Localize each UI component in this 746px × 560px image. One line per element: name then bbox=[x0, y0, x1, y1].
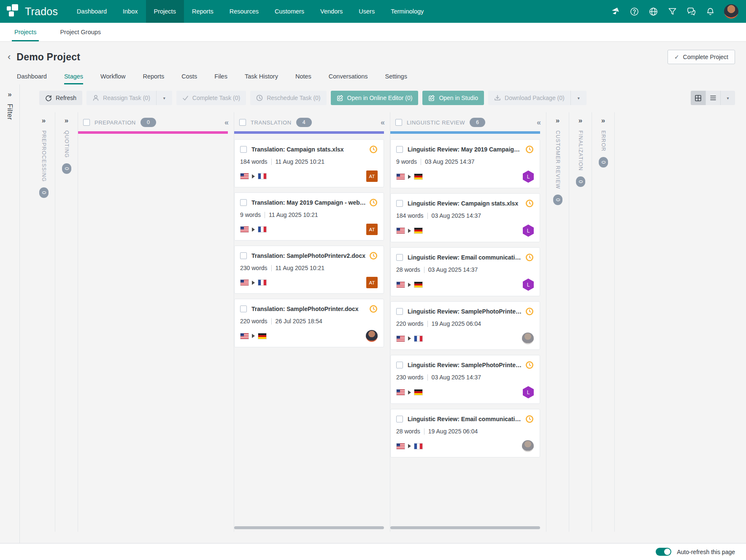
reassign-task-button[interactable]: Reassign Task (0) bbox=[86, 91, 156, 105]
subtab-stages[interactable]: Stages bbox=[64, 68, 83, 84]
expand-filter-icon[interactable]: » bbox=[8, 90, 11, 99]
tab-projects[interactable]: Projects bbox=[12, 23, 39, 41]
column-select-checkbox[interactable] bbox=[395, 119, 402, 126]
arrow-right-icon bbox=[408, 336, 411, 341]
column-horizontal-scrollbar[interactable] bbox=[234, 526, 384, 529]
flag-fr-icon bbox=[258, 279, 267, 286]
task-card[interactable]: Linguistic Review: SamplePhotoPrinterv2.… bbox=[390, 355, 540, 404]
reassign-dropdown-arrow[interactable]: ▾ bbox=[156, 91, 172, 105]
language-pair bbox=[396, 281, 423, 288]
nav-item-resources[interactable]: Resources bbox=[222, 0, 267, 23]
filter-icon[interactable] bbox=[667, 6, 677, 16]
stage-column-error-collapsed[interactable]: » ERROR 0 bbox=[592, 112, 615, 532]
view-options-dropdown[interactable]: ▾ bbox=[720, 91, 735, 105]
nav-item-terminology[interactable]: Terminology bbox=[383, 0, 432, 23]
stage-column-customer-review-collapsed[interactable]: » CUSTOMER REVIEW 0 bbox=[546, 112, 569, 532]
subtab-workflow[interactable]: Workflow bbox=[100, 68, 125, 84]
nav-item-projects[interactable]: Projects bbox=[146, 0, 184, 23]
subtab-files[interactable]: Files bbox=[214, 68, 227, 84]
refresh-button[interactable]: Refresh bbox=[39, 91, 82, 105]
stage-label: FINALIZATION bbox=[578, 130, 584, 171]
expand-column-icon[interactable]: » bbox=[556, 116, 560, 125]
stage-column-preprocessing-collapsed[interactable]: » PREPROCESSING 0 bbox=[32, 112, 55, 532]
task-card[interactable]: Translation: SamplePhotoPrinterv2.docx 2… bbox=[234, 246, 384, 294]
back-icon[interactable]: ‹ bbox=[8, 52, 11, 62]
open-online-editor-button[interactable]: Open in Online Editor (0) bbox=[331, 91, 419, 105]
notifications-icon[interactable] bbox=[705, 6, 715, 16]
expand-column-icon[interactable]: » bbox=[578, 116, 582, 125]
download-dropdown-arrow[interactable]: ▾ bbox=[570, 91, 587, 105]
task-card[interactable]: Linguistic Review: SamplePhotoPrinter.do… bbox=[390, 301, 540, 350]
subtab-notes[interactable]: Notes bbox=[295, 68, 311, 84]
task-checkbox[interactable] bbox=[396, 362, 403, 368]
assignee-badge[interactable]: AT bbox=[366, 277, 378, 288]
stage-column-finalization-collapsed[interactable]: » FINALIZATION 0 bbox=[569, 112, 592, 532]
origami-icon[interactable] bbox=[610, 6, 620, 16]
assignee-avatar[interactable] bbox=[522, 333, 534, 344]
task-checkbox[interactable] bbox=[396, 308, 403, 315]
task-card[interactable]: Linguistic Review: Campaign stats.xlsx 1… bbox=[390, 193, 540, 242]
filter-panel-collapsed[interactable]: » Filter bbox=[0, 84, 20, 543]
assignee-badge[interactable]: L bbox=[523, 279, 534, 291]
assignee-avatar[interactable] bbox=[366, 330, 378, 342]
task-card[interactable]: Translation: Campaign stats.xlsx 184 wor… bbox=[234, 139, 384, 187]
globe-icon[interactable] bbox=[648, 6, 658, 16]
expand-column-icon[interactable]: » bbox=[42, 116, 46, 125]
collapse-column-icon[interactable]: « bbox=[537, 119, 541, 126]
task-title: Linguistic Review: Email communication.h… bbox=[408, 416, 522, 422]
complete-project-button[interactable]: ✓ Complete Project bbox=[668, 50, 735, 64]
assignee-badge[interactable]: AT bbox=[366, 224, 378, 235]
column-select-checkbox[interactable] bbox=[239, 119, 246, 126]
chat-icon[interactable] bbox=[686, 6, 696, 16]
collapse-column-icon[interactable]: « bbox=[381, 119, 385, 126]
assignee-avatar[interactable] bbox=[522, 440, 534, 452]
task-checkbox[interactable] bbox=[240, 146, 247, 153]
download-package-button[interactable]: Download Package (0) bbox=[488, 91, 570, 105]
assignee-badge[interactable]: L bbox=[523, 386, 534, 398]
nav-item-reports[interactable]: Reports bbox=[184, 0, 222, 23]
task-card[interactable]: Translation: May 2019 Campaign - webinar… bbox=[234, 192, 384, 241]
nav-item-inbox[interactable]: Inbox bbox=[115, 0, 146, 23]
subtab-settings[interactable]: Settings bbox=[385, 68, 407, 84]
board-view-button[interactable] bbox=[691, 91, 705, 105]
task-card[interactable]: Translation: SamplePhotoPrinter.docx 220… bbox=[234, 299, 384, 347]
tab-project-groups[interactable]: Project Groups bbox=[57, 23, 103, 41]
nav-item-vendors[interactable]: Vendors bbox=[312, 0, 351, 23]
expand-column-icon[interactable]: » bbox=[65, 116, 68, 125]
nav-item-dashboard[interactable]: Dashboard bbox=[69, 0, 115, 23]
column-select-checkbox[interactable] bbox=[83, 119, 90, 126]
user-avatar[interactable] bbox=[724, 4, 738, 19]
stage-columns: » PREPROCESSING 0 » QUOTING 0 PREPARATIO… bbox=[20, 112, 746, 532]
subtab-task-history[interactable]: Task History bbox=[245, 68, 278, 84]
nav-item-users[interactable]: Users bbox=[351, 0, 383, 23]
task-card[interactable]: Linguistic Review: Email communication.h… bbox=[390, 409, 540, 457]
auto-refresh-toggle[interactable] bbox=[656, 548, 671, 556]
task-checkbox[interactable] bbox=[396, 146, 403, 153]
stage-column-quoting-collapsed[interactable]: » QUOTING 0 bbox=[55, 112, 78, 532]
assignee-badge[interactable]: L bbox=[523, 170, 534, 183]
collapse-column-icon[interactable]: « bbox=[224, 119, 229, 126]
task-checkbox[interactable] bbox=[396, 200, 403, 207]
assignee-badge[interactable]: L bbox=[523, 225, 534, 237]
list-view-button[interactable] bbox=[705, 91, 720, 105]
subtab-dashboard[interactable]: Dashboard bbox=[17, 68, 47, 84]
help-icon[interactable] bbox=[629, 6, 639, 16]
nav-item-customers[interactable]: Customers bbox=[267, 0, 312, 23]
complete-task-button[interactable]: Complete Task (0) bbox=[176, 91, 246, 105]
task-card[interactable]: Linguistic Review: Email communication.h… bbox=[390, 247, 540, 296]
task-checkbox[interactable] bbox=[396, 416, 403, 422]
reschedule-task-button[interactable]: Reschedule Task (0) bbox=[250, 91, 326, 105]
subtab-reports[interactable]: Reports bbox=[143, 68, 164, 84]
subtab-conversations[interactable]: Conversations bbox=[329, 68, 368, 84]
expand-column-icon[interactable]: » bbox=[601, 116, 605, 125]
open-in-studio-button[interactable]: Open in Studio bbox=[422, 91, 484, 105]
subtab-costs[interactable]: Costs bbox=[181, 68, 197, 84]
task-checkbox[interactable] bbox=[240, 252, 247, 259]
column-horizontal-scrollbar[interactable] bbox=[390, 526, 540, 529]
trados-brand[interactable]: Trados bbox=[0, 0, 69, 23]
task-checkbox[interactable] bbox=[240, 199, 247, 206]
assignee-badge[interactable]: AT bbox=[366, 170, 378, 182]
task-checkbox[interactable] bbox=[396, 254, 403, 261]
task-checkbox[interactable] bbox=[240, 306, 247, 312]
task-card[interactable]: Linguistic Review: May 2019 Campaign - w… bbox=[390, 139, 540, 188]
